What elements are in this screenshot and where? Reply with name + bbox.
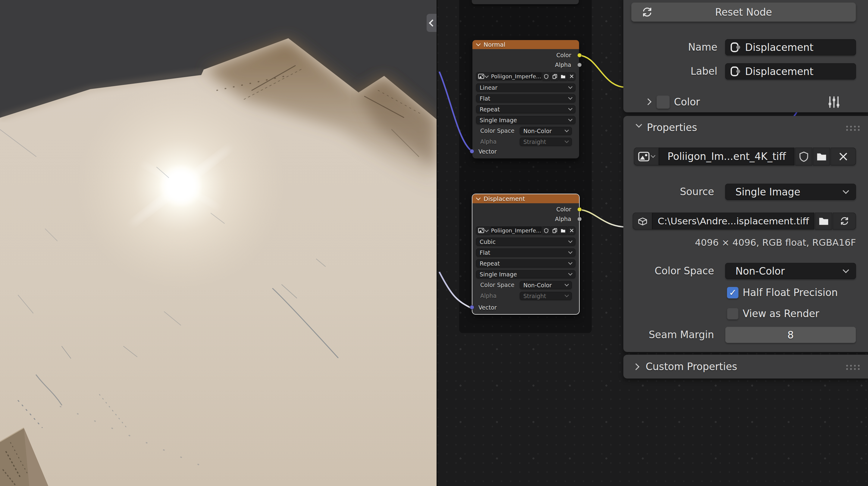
- reload-image-button[interactable]: [833, 213, 856, 229]
- copy-datablock-button[interactable]: [551, 72, 559, 80]
- node-icon: [730, 42, 740, 53]
- color-space-dropdown[interactable]: Non-Color: [520, 281, 572, 289]
- input-vector-label: Vector: [478, 304, 497, 311]
- node-displacement[interactable]: Displacement Color Alpha Poliigon_Imperf…: [472, 194, 579, 314]
- wire-normal-vector[interactable]: [439, 72, 472, 151]
- chevron-down-icon[interactable]: [476, 196, 481, 200]
- panel-custom-properties[interactable]: Custom Properties: [623, 355, 868, 379]
- socket-color-output[interactable]: [577, 53, 582, 58]
- wire-displacement-color[interactable]: [579, 209, 625, 227]
- source-dropdown[interactable]: Single Image: [725, 184, 856, 200]
- socket-alpha-output[interactable]: [577, 217, 582, 221]
- seam-margin-label: Seam Margin: [623, 327, 714, 343]
- shield-icon: [544, 228, 548, 233]
- unlink-button[interactable]: [568, 226, 576, 234]
- chevron-right-icon[interactable]: [645, 98, 652, 105]
- check-icon: ✓: [729, 287, 736, 298]
- source-dropdown[interactable]: Single Image: [476, 116, 576, 124]
- chevron-down-icon: [568, 271, 572, 276]
- half-float-label[interactable]: Half Float Precision: [743, 287, 838, 298]
- chevron-down-icon: [565, 293, 569, 297]
- sliders-icon[interactable]: [827, 95, 841, 109]
- open-image-button[interactable]: [559, 226, 567, 234]
- properties-header[interactable]: Properties: [647, 121, 697, 134]
- source-dropdown[interactable]: Single Image: [476, 270, 576, 278]
- socket-color-output[interactable]: [577, 207, 582, 212]
- color-section-label[interactable]: Color: [674, 95, 700, 109]
- close-icon: [570, 229, 574, 232]
- image-datablock-button[interactable]: [634, 148, 659, 165]
- socket-vector-input[interactable]: [470, 305, 474, 310]
- chevron-down-icon: [843, 188, 849, 194]
- node-displacement-header[interactable]: Displacement: [472, 194, 579, 203]
- image-name-field[interactable]: Poliigon_Imperfe...: [491, 72, 542, 80]
- image-icon: [478, 74, 484, 79]
- wire-normal-color[interactable]: [579, 56, 625, 87]
- fake-user-button[interactable]: [795, 148, 812, 165]
- filepath-folder-button[interactable]: [815, 213, 832, 229]
- chevron-down-icon[interactable]: [476, 41, 481, 46]
- open-image-button[interactable]: [559, 72, 567, 80]
- open-image-button[interactable]: [813, 148, 830, 165]
- chevron-down-icon: [568, 260, 572, 265]
- socket-vector-input[interactable]: [470, 149, 474, 154]
- output-alpha-label: Alpha: [555, 215, 571, 223]
- socket-alpha-output[interactable]: [577, 63, 582, 67]
- image-datablock-button[interactable]: [476, 72, 490, 80]
- reset-node-button[interactable]: Reset Node: [631, 2, 856, 22]
- interpolation-dropdown[interactable]: Linear: [476, 84, 576, 92]
- label-label: Label: [623, 63, 717, 79]
- wire-displacement-vector[interactable]: [439, 272, 472, 309]
- chevron-down-icon: [565, 128, 569, 132]
- chevron-down-icon: [568, 95, 572, 100]
- panel-properties: Properties Poliigon_Im...ent_4K_tiff Sou…: [623, 116, 868, 352]
- panel-item: Reset Node Name Displacement Label Displ…: [623, 0, 868, 112]
- panel-grip[interactable]: [844, 363, 860, 370]
- custom-properties-header[interactable]: Custom Properties: [646, 355, 737, 379]
- extension-dropdown[interactable]: Repeat: [476, 105, 576, 113]
- view-as-render-label[interactable]: View as Render: [743, 308, 819, 320]
- 3d-viewport-render[interactable]: [0, 0, 437, 486]
- node-title: Normal: [484, 41, 505, 48]
- filepath-browse-button[interactable]: [633, 213, 652, 229]
- image-name-field[interactable]: Poliigon_Im...ent_4K_tiff: [659, 148, 795, 165]
- view-as-render-checkbox[interactable]: [727, 308, 739, 320]
- projection-dropdown[interactable]: Flat: [476, 249, 576, 257]
- name-field[interactable]: Displacement: [725, 39, 856, 56]
- half-float-checkbox[interactable]: ✓: [727, 287, 739, 298]
- extension-dropdown[interactable]: Repeat: [476, 259, 576, 267]
- filepath-field[interactable]: C:\Users\Andre...isplacement.tiff: [652, 213, 814, 229]
- node-normal-header[interactable]: Normal: [472, 40, 579, 49]
- sidebar-collapse-button[interactable]: [427, 14, 437, 32]
- chevron-down-icon[interactable]: [636, 121, 642, 128]
- output-alpha-label: Alpha: [555, 61, 571, 68]
- projection-dropdown[interactable]: Flat: [476, 94, 576, 102]
- chevron-down-icon: [568, 117, 572, 121]
- panel-grip[interactable]: [844, 124, 860, 131]
- image-name-field[interactable]: Poliigon_Imperfe...: [491, 226, 542, 234]
- alpha-mode-dropdown: Straight: [520, 292, 572, 300]
- color-enable-checkbox[interactable]: [656, 95, 670, 109]
- chevron-down-icon: [651, 153, 656, 158]
- chevron-down-icon: [565, 139, 569, 143]
- unlink-button[interactable]: [831, 148, 856, 165]
- color-space-label: Color Space: [623, 263, 714, 279]
- image-datablock-button[interactable]: [476, 226, 490, 234]
- fake-user-button[interactable]: [542, 72, 550, 80]
- chevron-right-icon[interactable]: [633, 363, 640, 370]
- fake-user-button[interactable]: [542, 226, 550, 234]
- copy-datablock-button[interactable]: [551, 226, 559, 234]
- blender-window: Normal Color Alpha Poliigon_Imperfe...: [0, 0, 868, 486]
- color-space-dropdown[interactable]: Non-Color: [520, 127, 572, 135]
- label-field[interactable]: Displacement: [725, 63, 856, 79]
- open-box-icon: [637, 216, 648, 226]
- unlink-button[interactable]: [568, 72, 576, 80]
- copy-icon: [553, 74, 557, 79]
- seam-margin-field[interactable]: 8: [725, 327, 856, 343]
- interpolation-dropdown[interactable]: Cubic: [476, 237, 576, 246]
- chevron-down-icon: [484, 73, 488, 78]
- node-normal[interactable]: Normal Color Alpha Poliigon_Imperfe...: [472, 40, 579, 158]
- name-value: Displacement: [745, 41, 813, 53]
- folder-icon: [561, 229, 565, 233]
- color-space-dropdown[interactable]: Non-Color: [725, 263, 856, 279]
